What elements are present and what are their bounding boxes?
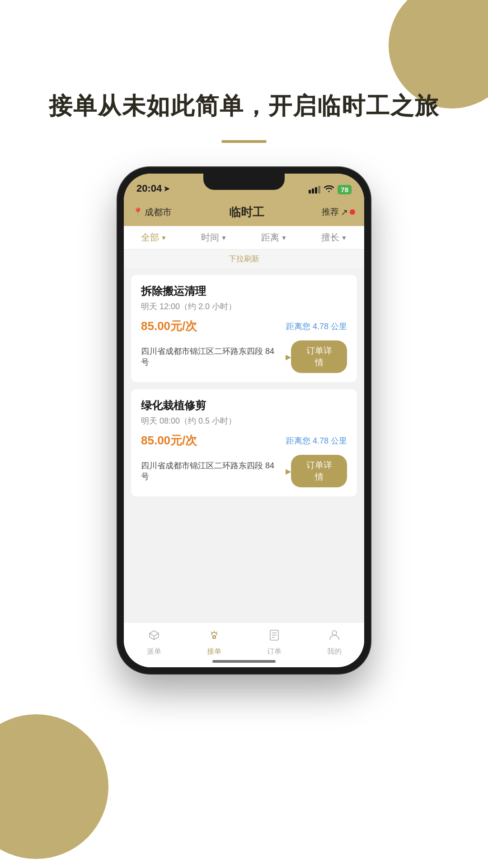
nav-label-orders: 订单 xyxy=(267,647,282,656)
filter-distance-chevron: ▼ xyxy=(281,234,287,241)
job-title-0: 拆除搬运清理 xyxy=(141,284,347,298)
job-distance-0: 距离您 4.78 公里 xyxy=(286,321,347,332)
nav-item-profile[interactable]: 我的 xyxy=(304,629,364,656)
job-address-0: 四川省成都市锦江区二环路东四段 84 号 ▶ xyxy=(141,346,291,368)
filter-all-chevron: ▼ xyxy=(161,234,167,241)
deco-circle-bottom-left xyxy=(0,714,108,859)
orders-icon xyxy=(268,629,281,645)
job-title-1: 绿化栽植修剪 xyxy=(141,398,347,413)
nav-item-dispatch[interactable]: 派单 xyxy=(124,629,184,656)
filter-skill-chevron: ▼ xyxy=(341,234,347,241)
navigate-icon-0: ▶ xyxy=(286,353,291,361)
signal-icon xyxy=(309,186,320,193)
filter-time[interactable]: 时间 ▼ xyxy=(184,231,244,244)
svg-point-6 xyxy=(332,631,337,635)
job-address-row-0: 四川省成都市锦江区二环路东四段 84 号 ▶ 订单详情 xyxy=(141,340,347,373)
profile-icon xyxy=(328,629,341,645)
dispatch-icon xyxy=(148,629,160,645)
nav-label-accept: 接单 xyxy=(207,647,221,656)
phone-notch xyxy=(203,174,285,190)
home-indicator xyxy=(212,660,276,663)
job-card-0: 拆除搬运清理 明天 12:00（约 2.0 小时） 85.00元/次 距离您 4… xyxy=(131,275,357,382)
location-pin-icon: 📍 xyxy=(133,207,143,217)
job-price-0: 85.00元/次 xyxy=(141,318,197,334)
job-distance-1: 距离您 4.78 公里 xyxy=(286,435,347,446)
job-card-1: 绿化栽植修剪 明天 08:00（约 0.5 小时） 85.00元/次 距离您 4… xyxy=(131,389,357,496)
notification-dot xyxy=(350,209,355,215)
content-area: 拆除搬运清理 明天 12:00（约 2.0 小时） 85.00元/次 距离您 4… xyxy=(124,268,364,622)
location-text: 成都市 xyxy=(145,206,172,218)
location-arrow-icon: ➤ xyxy=(164,184,169,193)
job-time-0: 明天 12:00（约 2.0 小时） xyxy=(141,301,347,312)
filter-time-chevron: ▼ xyxy=(221,234,227,241)
filter-all-label: 全部 xyxy=(141,231,159,244)
filter-skill[interactable]: 擅长 ▼ xyxy=(304,231,364,244)
nav-item-accept[interactable]: 接单 xyxy=(184,629,244,656)
recommend-button[interactable]: 推荐 ↗ xyxy=(322,206,355,218)
wifi-icon xyxy=(324,185,334,194)
page-subline-decoration xyxy=(221,140,267,143)
nav-label-dispatch: 派单 xyxy=(147,647,161,656)
nav-item-orders[interactable]: 订单 xyxy=(244,629,304,656)
pull-refresh-hint: 下拉刷新 xyxy=(124,250,364,268)
phone-inner: 20:04 ➤ xyxy=(124,174,364,667)
share-icon: ↗ xyxy=(341,207,348,217)
phone-mockup: 20:04 ➤ xyxy=(117,167,371,674)
detail-button-1[interactable]: 订单详情 xyxy=(291,455,347,487)
page-headline: 接单从未如此简单，开启临时工之旅 xyxy=(0,90,488,122)
job-address-text-0: 四川省成都市锦江区二环路东四段 84 号 xyxy=(141,346,284,368)
header-location[interactable]: 📍 成都市 xyxy=(133,206,172,218)
filter-distance[interactable]: 距离 ▼ xyxy=(244,231,304,244)
detail-button-0[interactable]: 订单详情 xyxy=(291,340,347,373)
filter-skill-label: 擅长 xyxy=(321,231,339,244)
filter-all[interactable]: 全部 ▼ xyxy=(124,231,184,244)
navigate-icon-1: ▶ xyxy=(286,467,291,476)
phone-outer: 20:04 ➤ xyxy=(117,167,371,674)
job-address-1: 四川省成都市锦江区二环路东四段 84 号 ▶ xyxy=(141,460,291,482)
filter-time-label: 时间 xyxy=(201,231,219,244)
accept-icon xyxy=(208,629,221,645)
recommend-label: 推荐 xyxy=(322,206,339,218)
app-header: 📍 成都市 临时工 推荐 ↗ xyxy=(124,198,364,226)
job-time-1: 明天 08:00（约 0.5 小时） xyxy=(141,415,347,426)
status-right: 78 xyxy=(309,185,352,194)
time-text: 20:04 xyxy=(136,183,162,194)
filter-distance-label: 距离 xyxy=(261,231,279,244)
job-price-1: 85.00元/次 xyxy=(141,433,197,448)
job-address-row-1: 四川省成都市锦江区二环路东四段 84 号 ▶ 订单详情 xyxy=(141,455,347,487)
job-price-row-1: 85.00元/次 距离您 4.78 公里 xyxy=(141,433,347,448)
nav-label-profile: 我的 xyxy=(327,647,342,656)
job-address-text-1: 四川省成都市锦江区二环路东四段 84 号 xyxy=(141,460,284,482)
filter-bar: 全部 ▼ 时间 ▼ 距离 ▼ 擅长 ▼ xyxy=(124,226,364,250)
pull-refresh-text: 下拉刷新 xyxy=(229,254,259,264)
app-title: 临时工 xyxy=(172,204,322,220)
status-time: 20:04 ➤ xyxy=(136,183,169,194)
job-price-row-0: 85.00元/次 距离您 4.78 公里 xyxy=(141,318,347,334)
battery-indicator: 78 xyxy=(338,185,352,194)
